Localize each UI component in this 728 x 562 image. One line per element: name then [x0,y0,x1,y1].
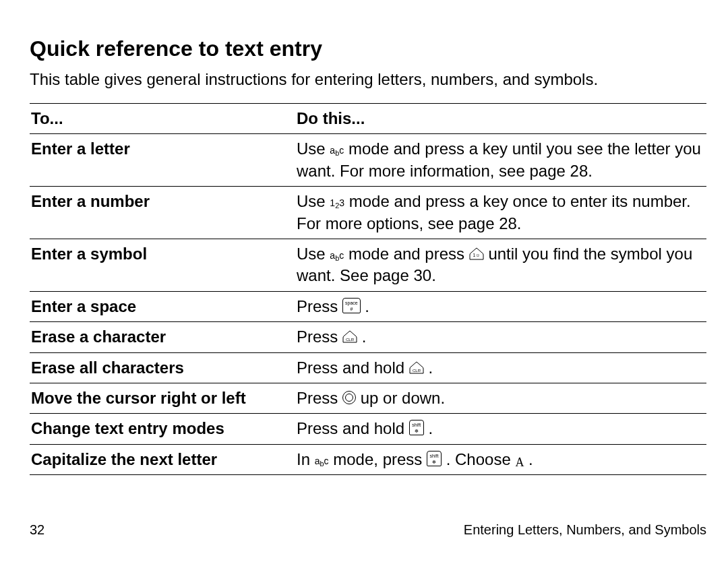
intro-text: This table gives general instructions fo… [30,69,706,90]
manual-page: Quick reference to text entry This table… [0,0,728,562]
table-row: Enter a symbolUse b mode and press 1☺ un… [30,239,706,291]
table-row: Erase a characterPress CLR . [30,322,706,352]
row-key: Erase all characters [30,352,295,383]
page-number: 32 [30,522,44,538]
key-mode-icon: shift✻ [427,451,442,466]
section-footer: Entering Letters, Numbers, and Symbols [464,522,706,538]
row-key: Enter a number [30,187,295,239]
key-space-icon: space# [342,298,361,313]
table-row: Capitalize the next letterIn b mode, pre… [30,444,706,474]
table-row: Change text entry modesPress and hold sh… [30,414,706,444]
key-mode-icon: shift✻ [409,420,424,435]
one-key-icon: 1☺ [469,247,484,260]
row-value: Press and hold CLR . [295,352,706,383]
svg-text:1☺: 1☺ [473,253,480,257]
row-key: Change text entry modes [30,414,295,444]
capital-a-icon: A [515,456,524,468]
table-row: Enter a numberUse 2 mode and press a key… [30,187,706,239]
row-key: Move the cursor right or left [30,383,295,413]
row-key: Erase a character [30,322,295,352]
svg-text:CLR: CLR [346,338,355,342]
table-row: Erase all charactersPress and hold CLR . [30,352,706,383]
col-header-do: Do this... [295,104,706,134]
row-value: Press and hold shift✻ . [295,414,706,444]
abc-mode-icon: b [330,250,344,261]
row-value: Press CLR . [295,322,706,352]
clr-key-icon: CLR [342,330,357,343]
svg-text:CLR: CLR [413,369,421,373]
table-row: Move the cursor right or leftPress up or… [30,383,706,413]
row-key: Capitalize the next letter [30,444,295,474]
table-row: Enter a letterUse b mode and press a key… [30,134,706,187]
clr-key-icon: CLR [409,361,424,374]
row-value: Press space# . [295,291,706,321]
col-header-to: To... [30,104,295,134]
abc-mode-icon: b [315,456,329,466]
row-value: In b mode, press shift✻ . Choose A . [295,444,706,474]
row-value: Use b mode and press a key until you see… [295,134,706,187]
abc-mode-icon: b [330,145,344,156]
123-mode-icon: 2 [330,197,344,208]
row-key: Enter a space [30,291,295,321]
nav-key-icon [342,391,356,404]
table-row: Enter a spacePress space# . [30,291,706,321]
page-footer: 32 Entering Letters, Numbers, and Symbol… [30,522,706,538]
row-value: Press up or down. [295,383,706,413]
row-value: Use b mode and press 1☺ until you find t… [295,239,706,291]
row-key: Enter a symbol [30,239,295,291]
row-value: Use 2 mode and press a key once to enter… [295,187,706,239]
page-title: Quick reference to text entry [30,36,706,61]
reference-table: To... Do this... Enter a letterUse b mod… [30,103,706,475]
row-key: Enter a letter [30,134,295,187]
reference-table-body: Enter a letterUse b mode and press a key… [30,134,706,475]
